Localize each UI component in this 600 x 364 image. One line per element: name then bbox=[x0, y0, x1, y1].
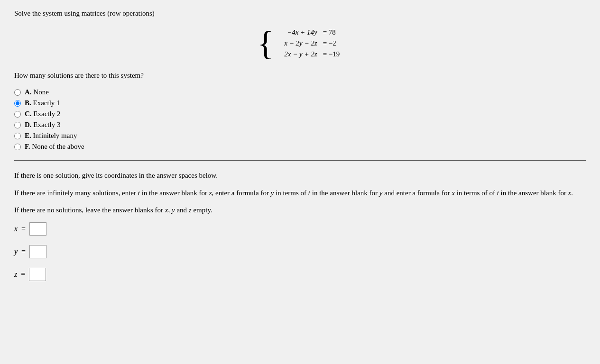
option-B[interactable]: B. Exactly 1 bbox=[14, 99, 586, 107]
eq1-equals: = 78 bbox=[320, 27, 343, 38]
section-divider bbox=[14, 160, 586, 161]
label-B: B. Exactly 1 bbox=[25, 99, 60, 107]
y-variable-label: y bbox=[14, 247, 18, 256]
y-input[interactable] bbox=[29, 245, 46, 258]
y-equals-sign: = bbox=[21, 247, 26, 256]
system-equations-container: { −4x + 14y = 78 x − 2y − 2z = −2 2x − y… bbox=[14, 26, 586, 60]
instruction-line-1: If there is one solution, give its coord… bbox=[14, 170, 586, 181]
equation-row-2: x − 2y − 2z = −2 bbox=[281, 38, 342, 49]
eq3-left: 2x − y + 2z bbox=[281, 49, 320, 60]
left-brace: { bbox=[258, 26, 274, 60]
label-F: F. None of the above bbox=[25, 143, 84, 151]
z-equals-sign: = bbox=[21, 270, 25, 279]
radio-A[interactable] bbox=[14, 89, 21, 96]
eq2-left: x − 2y − 2z bbox=[281, 38, 320, 49]
equation-row-3: 2x − y + 2z = −19 bbox=[281, 49, 342, 60]
x-answer-row: x = bbox=[14, 222, 586, 236]
equation-row-1: −4x + 14y = 78 bbox=[281, 27, 342, 38]
instruction-line-2: If there are infinitely many solutions, … bbox=[14, 188, 586, 199]
z-answer-row: z = bbox=[14, 268, 586, 281]
x-equals-sign: = bbox=[21, 225, 26, 233]
system-equations: { −4x + 14y = 78 x − 2y − 2z = −2 2x − y… bbox=[258, 26, 343, 60]
radio-E[interactable] bbox=[14, 133, 21, 139]
x-variable-label: x bbox=[14, 225, 18, 233]
instruction-line-3: If there are no solutions, leave the ans… bbox=[14, 205, 586, 216]
option-D[interactable]: D. Exactly 3 bbox=[14, 121, 586, 129]
y-answer-row: y = bbox=[14, 245, 586, 258]
option-E[interactable]: E. Infinitely many bbox=[14, 132, 586, 140]
option-C[interactable]: C. Exactly 2 bbox=[14, 110, 586, 118]
option-F[interactable]: F. None of the above bbox=[14, 143, 586, 151]
x-input[interactable] bbox=[29, 222, 46, 236]
answer-options: A. None B. Exactly 1 C. Exactly 2 D. Exa… bbox=[14, 88, 586, 151]
z-variable-label: z bbox=[14, 270, 17, 279]
equations-table: −4x + 14y = 78 x − 2y − 2z = −2 2x − y +… bbox=[281, 27, 342, 60]
eq3-equals: = −19 bbox=[320, 49, 343, 60]
label-A: A. None bbox=[25, 88, 49, 96]
radio-F[interactable] bbox=[14, 144, 21, 150]
question-text: How many solutions are there to this sys… bbox=[14, 72, 586, 80]
radio-D[interactable] bbox=[14, 122, 21, 128]
radio-C[interactable] bbox=[14, 111, 21, 118]
option-A[interactable]: A. None bbox=[14, 88, 586, 96]
label-D: D. Exactly 3 bbox=[25, 121, 60, 129]
label-C: C. Exactly 2 bbox=[25, 110, 60, 118]
radio-B[interactable] bbox=[14, 100, 21, 107]
label-E: E. Infinitely many bbox=[25, 132, 77, 140]
problem-title: Solve the system using matrices (row ope… bbox=[14, 9, 586, 18]
z-input[interactable] bbox=[29, 268, 46, 281]
eq1-left: −4x + 14y bbox=[281, 27, 320, 38]
eq2-equals: = −2 bbox=[320, 38, 343, 49]
